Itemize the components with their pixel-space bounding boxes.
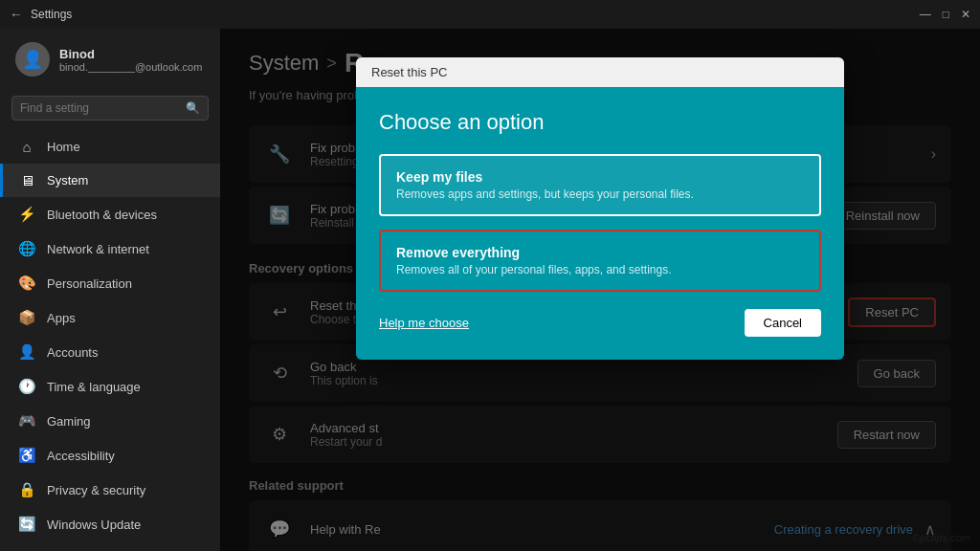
titlebar: ← Settings — □ ✕ [0, 0, 980, 29]
keep-files-option[interactable]: Keep my files Removes apps and settings,… [379, 154, 821, 216]
bluetooth-icon: ⚡ [18, 206, 35, 223]
sidebar: 👤 Binod binod.________@outlook.com 🔍 ⌂ H… [0, 29, 220, 551]
sidebar-item-gaming-label: Gaming [47, 414, 91, 429]
sidebar-item-accessibility-label: Accessibility [47, 449, 115, 463]
dialog-body: Choose an option Keep my files Removes a… [356, 87, 844, 360]
titlebar-title: Settings [31, 8, 920, 21]
dialog-titlebar: Reset this PC [356, 57, 844, 87]
user-section: 👤 Binod binod.________@outlook.com [0, 29, 220, 90]
user-name: Binod [59, 47, 202, 61]
dialog-footer: Help me choose Cancel [379, 305, 821, 341]
content-area: System > Recovery If you're having probl… [220, 29, 980, 551]
sidebar-item-personalization[interactable]: 🎨 Personalization [0, 266, 220, 300]
sidebar-item-network[interactable]: 🌐 Network & internet [0, 231, 220, 266]
maximize-button[interactable]: □ [943, 8, 949, 21]
overlay: Reset this PC Choose an option Keep my f… [220, 29, 980, 551]
main-layout: 👤 Binod binod.________@outlook.com 🔍 ⌂ H… [0, 29, 980, 551]
user-info: Binod binod.________@outlook.com [59, 47, 202, 73]
nav-items: ⌂ Home 🖥 System ⚡ Bluetooth & devices 🌐 … [0, 130, 220, 551]
accounts-icon: 👤 [18, 343, 35, 361]
gaming-icon: 🎮 [18, 412, 35, 430]
sidebar-item-home[interactable]: ⌂ Home [0, 130, 220, 164]
time-icon: 🕐 [18, 378, 35, 395]
search-input[interactable] [20, 101, 180, 115]
system-icon: 🖥 [18, 172, 35, 188]
sidebar-item-update[interactable]: 🔄 Windows Update [0, 507, 220, 541]
sidebar-item-system-label: System [47, 173, 88, 187]
sidebar-item-accounts[interactable]: 👤 Accounts [0, 335, 220, 369]
sidebar-item-gaming[interactable]: 🎮 Gaming [0, 404, 220, 438]
sidebar-item-apps-label: Apps [47, 311, 76, 325]
sidebar-item-accessibility[interactable]: ♿ Accessibility [0, 438, 220, 473]
reset-dialog: Reset this PC Choose an option Keep my f… [356, 57, 844, 360]
sidebar-item-home-label: Home [47, 140, 80, 154]
sidebar-item-bluetooth[interactable]: ⚡ Bluetooth & devices [0, 197, 220, 231]
network-icon: 🌐 [18, 240, 35, 257]
sidebar-item-accounts-label: Accounts [47, 345, 98, 360]
back-icon[interactable]: ← [10, 7, 23, 22]
sidebar-item-personalization-label: Personalization [47, 276, 132, 291]
search-icon: 🔍 [186, 101, 200, 115]
avatar: 👤 [15, 42, 50, 77]
sidebar-item-update-label: Windows Update [47, 518, 141, 532]
home-icon: ⌂ [18, 139, 35, 155]
sidebar-item-apps[interactable]: 📦 Apps [0, 300, 220, 335]
remove-everything-title: Remove everything [396, 245, 804, 260]
help-me-choose-link[interactable]: Help me choose [379, 316, 469, 330]
accessibility-icon: ♿ [18, 447, 35, 464]
sidebar-item-time[interactable]: 🕐 Time & language [0, 369, 220, 404]
sidebar-item-privacy[interactable]: 🔒 Privacy & security [0, 473, 220, 507]
user-email: binod.________@outlook.com [59, 61, 202, 73]
avatar-icon: 👤 [22, 49, 43, 70]
update-icon: 🔄 [18, 516, 35, 533]
remove-everything-desc: Removes all of your personal files, apps… [396, 263, 804, 276]
dialog-heading: Choose an option [379, 110, 821, 135]
keep-files-desc: Removes apps and settings, but keeps you… [396, 187, 804, 201]
remove-everything-option[interactable]: Remove everything Removes all of your pe… [379, 230, 821, 292]
minimize-button[interactable]: — [920, 8, 931, 21]
sidebar-item-bluetooth-label: Bluetooth & devices [47, 208, 157, 222]
keep-files-title: Keep my files [396, 169, 804, 185]
sidebar-item-privacy-label: Privacy & security [47, 483, 145, 497]
sidebar-item-time-label: Time & language [47, 380, 141, 394]
close-button[interactable]: ✕ [961, 8, 970, 21]
sidebar-item-system[interactable]: 🖥 System [0, 164, 220, 197]
privacy-icon: 🔒 [18, 481, 35, 498]
personalization-icon: 🎨 [18, 275, 35, 292]
sidebar-item-network-label: Network & internet [47, 242, 149, 256]
search-box[interactable]: 🔍 [11, 96, 209, 121]
cancel-button[interactable]: Cancel [745, 309, 821, 337]
apps-icon: 📦 [18, 309, 35, 326]
